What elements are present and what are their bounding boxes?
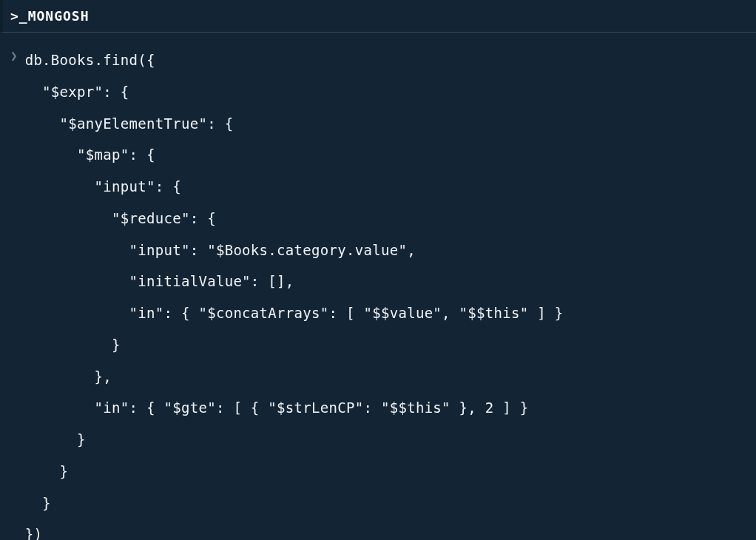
prompt-row: ❯ db.Books.find({ "$expr": { "$anyElemen…	[10, 44, 753, 540]
shell-body: ❯ db.Books.find({ "$expr": { "$anyElemen…	[0, 33, 756, 540]
prompt-chevron-icon: ❯	[10, 44, 18, 66]
shell-header[interactable]: >_MONGOSH	[0, 0, 756, 33]
shell-title: >_MONGOSH	[10, 8, 90, 24]
query-input[interactable]: db.Books.find({ "$expr": { "$anyElementT…	[25, 44, 564, 540]
